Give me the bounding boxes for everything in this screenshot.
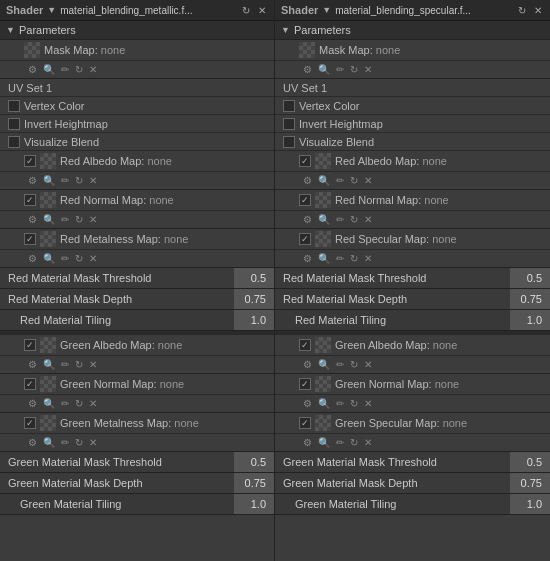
reload-icon[interactable]: ↻ (75, 214, 83, 225)
search-icon[interactable]: 🔍 (43, 214, 55, 225)
edit-icon[interactable]: ✏ (336, 175, 344, 186)
invert-heightmap-checkbox[interactable] (8, 118, 20, 130)
param-value[interactable]: 1.0 (510, 310, 550, 330)
reload-icon[interactable]: ↻ (75, 253, 83, 264)
map-checkbox[interactable] (24, 194, 36, 206)
edit-icon[interactable]: ✏ (336, 253, 344, 264)
reload-icon[interactable]: ↻ (350, 359, 358, 370)
refresh-icon[interactable]: ↻ (516, 5, 528, 16)
map-checkbox[interactable] (299, 155, 311, 167)
map-checkbox[interactable] (24, 339, 36, 351)
gear-icon[interactable]: ⚙ (303, 253, 312, 264)
refresh-icon[interactable]: ↻ (240, 5, 252, 16)
reload-icon[interactable]: ↻ (350, 437, 358, 448)
search-icon[interactable]: 🔍 (318, 437, 330, 448)
search-icon[interactable]: 🔍 (318, 253, 330, 264)
visualize-blend-checkbox[interactable] (283, 136, 295, 148)
reload-icon[interactable]: ↻ (75, 64, 83, 75)
gear-icon[interactable]: ⚙ (303, 437, 312, 448)
vertex-color-checkbox[interactable] (8, 100, 20, 112)
map-checkbox[interactable] (24, 233, 36, 245)
clear-icon[interactable]: ✕ (364, 175, 372, 186)
map-checkbox[interactable] (24, 155, 36, 167)
gear-icon[interactable]: ⚙ (28, 64, 37, 75)
edit-icon[interactable]: ✏ (61, 214, 69, 225)
search-icon[interactable]: 🔍 (43, 253, 55, 264)
search-icon[interactable]: 🔍 (43, 175, 55, 186)
close-icon[interactable]: ✕ (256, 5, 268, 16)
clear-icon[interactable]: ✕ (364, 214, 372, 225)
search-icon[interactable]: 🔍 (43, 64, 55, 75)
edit-icon[interactable]: ✏ (336, 64, 344, 75)
edit-icon[interactable]: ✏ (336, 398, 344, 409)
clear-icon[interactable]: ✕ (364, 359, 372, 370)
gear-icon[interactable]: ⚙ (28, 398, 37, 409)
map-checkbox[interactable] (299, 417, 311, 429)
collapse-triangle[interactable]: ▼ (6, 25, 15, 35)
reload-icon[interactable]: ↻ (75, 175, 83, 186)
param-value[interactable]: 0.75 (234, 289, 274, 309)
edit-icon[interactable]: ✏ (336, 359, 344, 370)
gear-icon[interactable]: ⚙ (303, 64, 312, 75)
clear-icon[interactable]: ✕ (89, 214, 97, 225)
param-value[interactable]: 0.75 (234, 473, 274, 493)
edit-icon[interactable]: ✏ (61, 64, 69, 75)
clear-icon[interactable]: ✕ (89, 398, 97, 409)
edit-icon[interactable]: ✏ (336, 214, 344, 225)
vertex-color-checkbox[interactable] (283, 100, 295, 112)
param-value[interactable]: 1.0 (510, 494, 550, 514)
clear-icon[interactable]: ✕ (364, 398, 372, 409)
reload-icon[interactable]: ↻ (75, 437, 83, 448)
clear-icon[interactable]: ✕ (89, 175, 97, 186)
edit-icon[interactable]: ✏ (336, 437, 344, 448)
map-checkbox[interactable] (299, 339, 311, 351)
search-icon[interactable]: 🔍 (43, 398, 55, 409)
clear-icon[interactable]: ✕ (89, 253, 97, 264)
map-checkbox[interactable] (299, 378, 311, 390)
gear-icon[interactable]: ⚙ (303, 214, 312, 225)
edit-icon[interactable]: ✏ (61, 175, 69, 186)
search-icon[interactable]: 🔍 (318, 64, 330, 75)
reload-icon[interactable]: ↻ (350, 214, 358, 225)
param-value[interactable]: 1.0 (234, 494, 274, 514)
search-icon[interactable]: 🔍 (43, 359, 55, 370)
search-icon[interactable]: 🔍 (318, 359, 330, 370)
search-icon[interactable]: 🔍 (318, 398, 330, 409)
gear-icon[interactable]: ⚙ (303, 359, 312, 370)
param-value[interactable]: 0.5 (510, 452, 550, 472)
param-value[interactable]: 0.75 (510, 473, 550, 493)
visualize-blend-checkbox[interactable] (8, 136, 20, 148)
gear-icon[interactable]: ⚙ (28, 437, 37, 448)
param-value[interactable]: 1.0 (234, 310, 274, 330)
reload-icon[interactable]: ↻ (75, 398, 83, 409)
gear-icon[interactable]: ⚙ (28, 253, 37, 264)
reload-icon[interactable]: ↻ (350, 64, 358, 75)
reload-icon[interactable]: ↻ (350, 253, 358, 264)
gear-icon[interactable]: ⚙ (28, 214, 37, 225)
search-icon[interactable]: 🔍 (318, 175, 330, 186)
edit-icon[interactable]: ✏ (61, 437, 69, 448)
param-value[interactable]: 0.5 (510, 268, 550, 288)
param-value[interactable]: 0.75 (510, 289, 550, 309)
reload-icon[interactable]: ↻ (75, 359, 83, 370)
search-icon[interactable]: 🔍 (43, 437, 55, 448)
gear-icon[interactable]: ⚙ (28, 359, 37, 370)
collapse-triangle[interactable]: ▼ (281, 25, 290, 35)
param-value[interactable]: 0.5 (234, 452, 274, 472)
edit-icon[interactable]: ✏ (61, 398, 69, 409)
reload-icon[interactable]: ↻ (350, 175, 358, 186)
clear-icon[interactable]: ✕ (364, 64, 372, 75)
clear-icon[interactable]: ✕ (364, 437, 372, 448)
map-checkbox[interactable] (299, 194, 311, 206)
invert-heightmap-checkbox[interactable] (283, 118, 295, 130)
map-checkbox[interactable] (24, 378, 36, 390)
search-icon[interactable]: 🔍 (318, 214, 330, 225)
reload-icon[interactable]: ↻ (350, 398, 358, 409)
gear-icon[interactable]: ⚙ (28, 175, 37, 186)
edit-icon[interactable]: ✏ (61, 253, 69, 264)
clear-icon[interactable]: ✕ (89, 359, 97, 370)
gear-icon[interactable]: ⚙ (303, 175, 312, 186)
edit-icon[interactable]: ✏ (61, 359, 69, 370)
map-checkbox[interactable] (299, 233, 311, 245)
close-icon[interactable]: ✕ (532, 5, 544, 16)
